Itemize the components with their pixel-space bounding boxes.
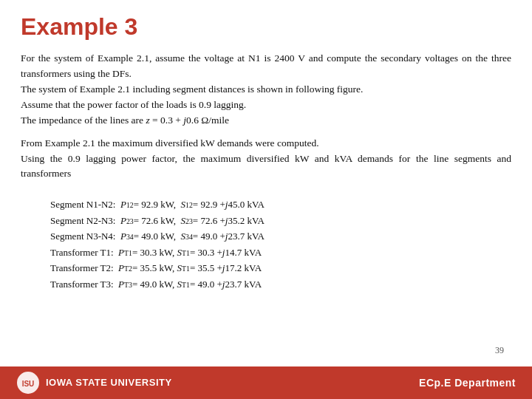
- footer-logo: ISU IOWA STATE UNIVERSITY: [16, 371, 172, 395]
- list-item: Transformer T2: PT2 = 35.5 kW, ST1 = 35.…: [50, 260, 511, 276]
- page-number: 39: [21, 345, 511, 359]
- segment-list: Segment N1-N2: P12 = 92.9 kW, S12 = 92.9…: [50, 197, 511, 292]
- list-item: Segment N3-N4: P34 = 49.0 kW, S34 = 49.0…: [50, 228, 511, 244]
- isu-logo-icon: ISU: [16, 371, 40, 395]
- list-item: Segment N2-N3: P23 = 72.6 kW, S23 = 72.6…: [50, 213, 511, 228]
- list-item: Transformer T3: PT3 = 49.0 kW, ST1 = 49.…: [50, 276, 511, 292]
- paragraph-2: From Example 2.1 the maximum diversified…: [21, 136, 511, 183]
- list-item: Segment N1-N2: P12 = 92.9 kW, S12 = 92.9…: [50, 197, 511, 212]
- main-content: Example 3 For the system of Example 2.1,…: [0, 0, 532, 366]
- university-name: IOWA STATE UNIVERSITY: [46, 377, 172, 389]
- slide-container: Example 3 For the system of Example 2.1,…: [0, 0, 532, 399]
- slide-title: Example 3: [21, 13, 511, 41]
- paragraph-1: For the system of Example 2.1, assume th…: [21, 51, 511, 129]
- svg-text:ISU: ISU: [22, 380, 35, 388]
- department-name: ECp.E Department: [419, 377, 516, 389]
- footer: ISU IOWA STATE UNIVERSITY ECp.E Departme…: [0, 366, 532, 399]
- list-item: Transformer T1: PT1 = 30.3 kW, ST1 = 30.…: [50, 245, 511, 260]
